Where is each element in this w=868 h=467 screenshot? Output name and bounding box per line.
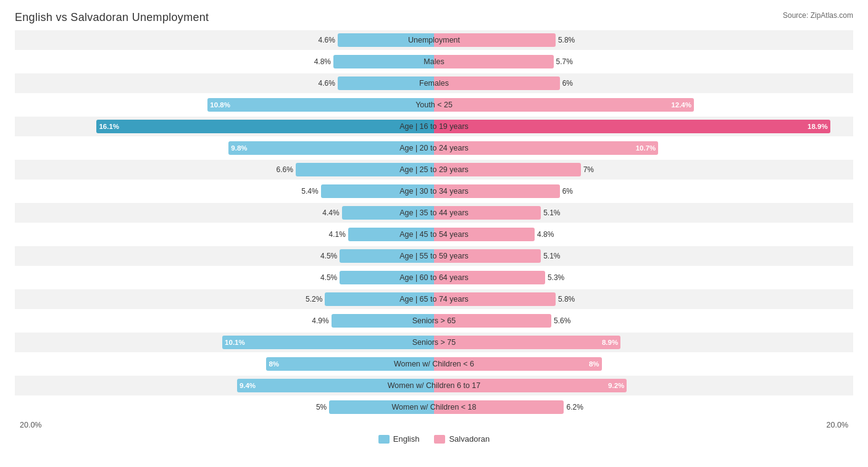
bar-label-inside-left: 16.1% xyxy=(99,123,119,130)
bar-label-right: 4.8% xyxy=(537,230,554,239)
bar-english: 10.8% xyxy=(207,98,434,112)
legend-salvadoran: Salvadoran xyxy=(434,434,490,444)
axis-left: 20.0% xyxy=(15,421,434,429)
axis-label-left: 20.0% xyxy=(20,421,41,429)
axis-right: 20.0% xyxy=(434,421,853,429)
chart-row: 9.8% Age | 20 to 24 years 10.7% xyxy=(15,138,853,158)
chart-header: English vs Salvadoran Unemployment Sourc… xyxy=(15,11,853,24)
bar-english: 8% xyxy=(266,357,434,371)
bar-label-left: 4.5% xyxy=(320,273,337,282)
bar-salvadoran: 6.2% xyxy=(434,400,564,414)
chart-row: 9.4% Women w/ Children 6 to 17 9.2% xyxy=(15,376,853,395)
bar-salvadoran: 12.4% xyxy=(434,98,694,112)
legend-english-label: English xyxy=(393,434,420,444)
bar-label-right: 5.3% xyxy=(548,273,564,282)
bar-label-inside-right: 18.9% xyxy=(807,123,828,130)
chart-row: 4.6% Unemployment 5.8% xyxy=(15,30,853,50)
bar-label-left: 5% xyxy=(316,403,327,411)
bar-label-inside-left: 9.4% xyxy=(240,382,256,389)
bar-label-left: 4.8% xyxy=(314,57,331,66)
chart-row: 8% Women w/ Children < 6 8% xyxy=(15,354,853,374)
chart-row: 4.5% Age | 60 to 64 years 5.3% xyxy=(15,268,853,287)
bar-salvadoran: 6% xyxy=(434,76,560,90)
bar-label-left: 4.4% xyxy=(322,209,339,217)
bar-label-inside-left: 8% xyxy=(269,360,279,368)
bar-label-inside-right: 8.9% xyxy=(602,339,618,346)
bar-label-inside-right: 12.4% xyxy=(671,101,691,109)
chart-source: Source: ZipAtlas.com xyxy=(783,11,853,20)
bar-english: 4.6% xyxy=(338,76,434,90)
bar-label-left: 5.4% xyxy=(301,187,318,196)
bar-label-right: 5.7% xyxy=(556,57,573,66)
bar-english: 4.5% xyxy=(340,271,434,284)
chart-row: 4.6% Females 6% xyxy=(15,73,853,93)
bar-label-left: 4.6% xyxy=(318,36,335,44)
bar-english: 4.1% xyxy=(348,228,434,241)
bar-english: 4.8% xyxy=(333,55,434,68)
bar-english: 6.6% xyxy=(296,163,434,176)
axis-row: 20.0% 20.0% xyxy=(15,421,853,429)
bar-salvadoran: 5.6% xyxy=(434,314,551,328)
bar-english: 10.1% xyxy=(222,336,434,349)
chart-row: 4.8% Males 5.7% xyxy=(15,52,853,72)
chart-row: 16.1% Age | 16 to 19 years 18.9% xyxy=(15,117,853,136)
bar-english: 4.4% xyxy=(342,206,434,220)
bar-salvadoran: 5.7% xyxy=(434,55,554,68)
chart-container: English vs Salvadoran Unemployment Sourc… xyxy=(0,0,868,455)
bar-english: 4.9% xyxy=(332,314,434,328)
bar-label-inside-left: 10.1% xyxy=(225,339,245,346)
bar-label-inside-right: 8% xyxy=(589,360,599,368)
bar-salvadoran: 8% xyxy=(434,357,602,371)
legend-english: English xyxy=(378,434,420,444)
bar-label-right: 7% xyxy=(583,165,594,174)
bar-salvadoran: 8.9% xyxy=(434,336,620,349)
legend-english-box xyxy=(378,435,390,444)
bar-english: 9.8% xyxy=(228,141,434,155)
bar-label-left: 4.6% xyxy=(318,79,335,88)
chart-row: 10.1% Seniors > 75 8.9% xyxy=(15,333,853,352)
bar-english: 5% xyxy=(329,400,434,414)
bar-english: 5.2% xyxy=(325,292,434,306)
bar-label-inside-left: 9.8% xyxy=(231,144,247,152)
chart-row: 10.8% Youth < 25 12.4% xyxy=(15,95,853,115)
bar-label-left: 4.9% xyxy=(312,316,328,325)
bar-salvadoran: 18.9% xyxy=(434,120,830,133)
bar-label-right: 5.8% xyxy=(558,36,575,44)
bar-label-left: 4.1% xyxy=(328,230,345,239)
chart-row: 4.9% Seniors > 65 5.6% xyxy=(15,311,853,331)
legend-salvadoran-label: Salvadoran xyxy=(449,434,490,444)
chart-row: 5% Women w/ Children < 18 6.2% xyxy=(15,397,853,417)
chart-row: 6.6% Age | 25 to 29 years 7% xyxy=(15,160,853,180)
bar-salvadoran: 7% xyxy=(434,163,581,176)
bar-label-right: 5.8% xyxy=(558,295,575,304)
bar-label-right: 6.2% xyxy=(566,403,583,411)
bar-label-inside-right: 10.7% xyxy=(636,144,656,152)
bar-label-right: 5.1% xyxy=(543,252,560,260)
bar-label-inside-left: 10.8% xyxy=(210,101,230,109)
bar-english: 4.5% xyxy=(340,249,434,263)
chart-row: 4.1% Age | 45 to 54 years 4.8% xyxy=(15,225,853,244)
bar-label-right: 5.1% xyxy=(543,209,560,217)
chart-row: 5.2% Age | 65 to 74 years 5.8% xyxy=(15,289,853,309)
chart-row: 4.5% Age | 55 to 59 years 5.1% xyxy=(15,246,853,266)
bar-salvadoran: 5.8% xyxy=(434,33,556,47)
bar-english: 5.4% xyxy=(321,184,434,198)
bar-salvadoran: 4.8% xyxy=(434,228,535,241)
bar-label-left: 4.5% xyxy=(320,252,337,260)
legend: English Salvadoran xyxy=(15,434,853,444)
bar-salvadoran: 6% xyxy=(434,184,560,198)
bar-english: 9.4% xyxy=(237,379,434,392)
bar-label-right: 5.6% xyxy=(554,316,570,325)
bar-salvadoran: 10.7% xyxy=(434,141,658,155)
axis-label-right: 20.0% xyxy=(827,421,848,429)
bar-label-left: 5.2% xyxy=(306,295,322,304)
bar-label-right: 6% xyxy=(562,79,573,88)
bar-salvadoran: 5.1% xyxy=(434,249,541,263)
bar-salvadoran: 5.3% xyxy=(434,271,545,284)
bar-salvadoran: 9.2% xyxy=(434,379,627,392)
bar-salvadoran: 5.8% xyxy=(434,292,556,306)
legend-salvadoran-box xyxy=(434,435,445,444)
bar-salvadoran: 5.1% xyxy=(434,206,541,220)
bar-english: 16.1% xyxy=(96,120,434,133)
bar-label-inside-right: 9.2% xyxy=(608,382,624,389)
